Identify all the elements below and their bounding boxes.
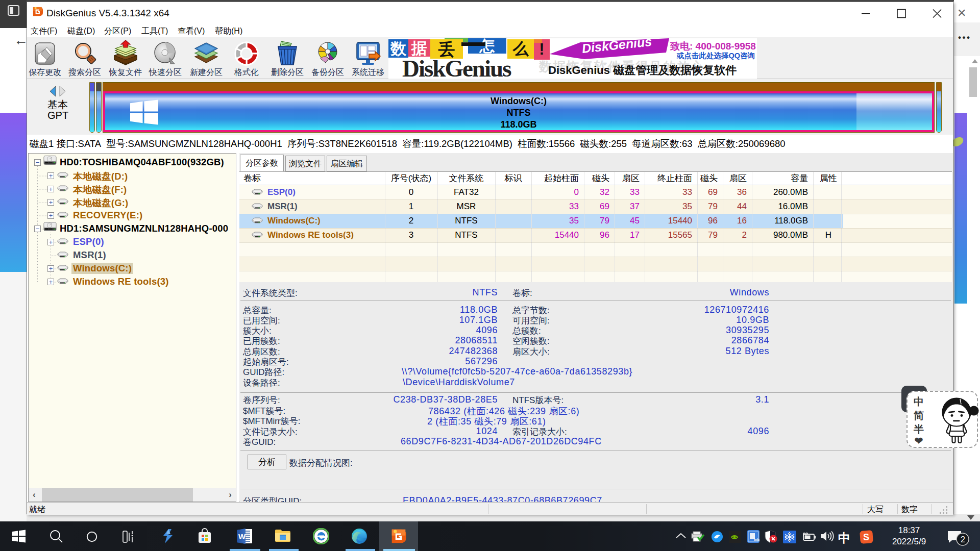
svg-text:intel: intel: [754, 538, 760, 541]
svg-text:2: 2: [961, 535, 965, 544]
svg-text:W: W: [238, 532, 246, 541]
svg-text:S: S: [863, 532, 869, 542]
